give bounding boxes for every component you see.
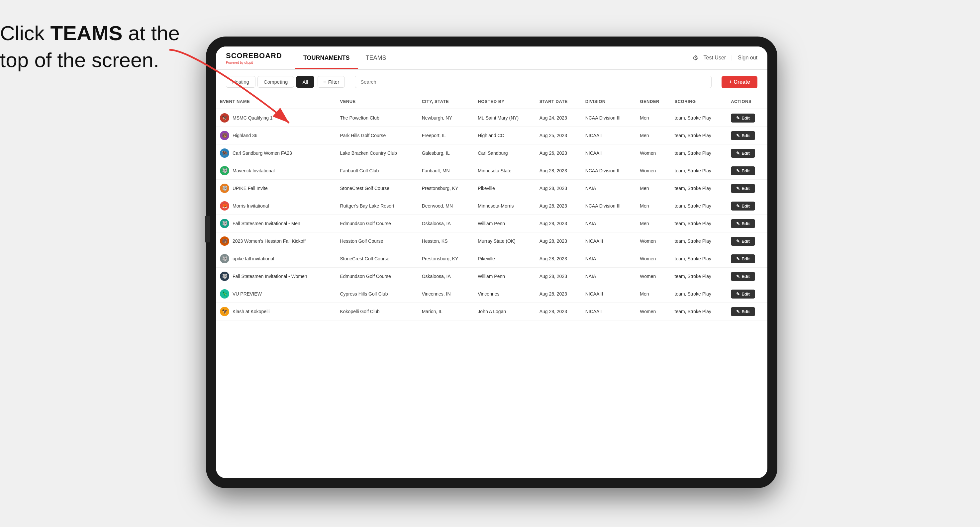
event-name: VU PREVIEW [232,291,262,297]
table-row: 🐺 UPIKE Fall Invite StoneCrest Golf Cour… [216,179,767,197]
edit-button[interactable]: ✎ Edit [731,254,755,264]
team-icon: 🦊 [220,201,229,211]
cell-gender: Men [636,109,670,127]
event-name: Morris Invitational [232,203,269,208]
cell-actions: ✎ Edit [727,285,767,303]
edit-icon: ✎ [736,133,740,138]
cell-venue: Ruttger's Bay Lake Resort [336,197,418,215]
cell-actions: ✎ Edit [727,303,767,321]
cell-start-date: Aug 28, 2023 [536,268,581,285]
signout-link[interactable]: Sign out [738,55,757,61]
cell-start-date: Aug 28, 2023 [536,179,581,197]
cell-gender: Men [636,285,670,303]
nav-tournaments[interactable]: TOURNAMENTS [295,47,358,69]
cell-actions: ✎ Edit [727,144,767,162]
edit-icon: ✎ [736,239,740,244]
cell-city-state: Deerwood, MN [418,197,474,215]
edit-button[interactable]: ✎ Edit [731,167,755,175]
tablet-shell: SCOREBOARD Powered by clippit TOURNAMENT… [206,37,777,488]
cell-city-state: Galesburg, IL [418,144,474,162]
cell-scoring: team, Stroke Play [671,127,727,144]
edit-button[interactable]: ✎ Edit [731,290,755,298]
edit-button[interactable]: ✎ Edit [731,114,755,122]
event-name: Maverick Invitational [232,168,275,173]
team-icon: 🦎 [220,289,229,298]
col-gender: GENDER [636,94,670,109]
cell-hosted-by: John A Logan [474,303,535,321]
col-start-date: START DATE [536,94,581,109]
cell-hosted-by: Highland CC [474,127,535,144]
cell-division: NICAA I [581,127,636,144]
search-input[interactable] [355,76,711,88]
edit-icon: ✎ [736,116,740,121]
filter-hosting[interactable]: Hosting [226,76,256,88]
cell-event-name: 🐻 2023 Women's Hesston Fall Kickoff [216,232,336,250]
cell-start-date: Aug 28, 2023 [536,285,581,303]
cell-scoring: team, Stroke Play [671,144,727,162]
event-name: 2023 Women's Hesston Fall Kickoff [232,238,305,244]
col-division: DIVISION [581,94,636,109]
edit-label: Edit [741,186,750,191]
cell-venue: Lake Bracken Country Club [336,144,418,162]
cell-event-name: 🐺 upike fall invitational [216,250,336,268]
cell-division: NAIA [581,179,636,197]
cell-city-state: Freeport, IL [418,127,474,144]
search-area [355,76,711,88]
cell-event-name: 🦎 VU PREVIEW [216,285,336,303]
team-icon: 🐺 [220,219,229,228]
cell-city-state: Vincennes, IN [418,285,474,303]
filter-all[interactable]: All [296,76,314,88]
cell-start-date: Aug 26, 2023 [536,144,581,162]
filter-dropdown-btn[interactable]: ≡ Filter [318,76,345,88]
gear-icon[interactable]: ⚙ [692,54,698,62]
cell-division: NICAA II [581,285,636,303]
cell-scoring: team, Stroke Play [671,162,727,179]
col-hosted-by: HOSTED BY [474,94,535,109]
cell-division: NAIA [581,268,636,285]
cell-gender: Men [636,215,670,232]
edit-button[interactable]: ✎ Edit [731,219,755,228]
cell-hosted-by: Carl Sandburg [474,144,535,162]
cell-actions: ✎ Edit [727,179,767,197]
cell-scoring: team, Stroke Play [671,250,727,268]
event-name: upike fall invitational [232,256,274,261]
cell-event-name: 🐺 Fall Statesmen Invitational - Men [216,215,336,232]
edit-button[interactable]: ✎ Edit [731,202,755,211]
cell-hosted-by: Pikeville [474,179,535,197]
edit-icon: ✎ [736,221,740,226]
cell-actions: ✎ Edit [727,109,767,127]
create-button[interactable]: + Create [722,76,757,88]
cell-start-date: Aug 28, 2023 [536,232,581,250]
cell-event-name: 🦊 Morris Invitational [216,197,336,215]
cell-start-date: Aug 28, 2023 [536,215,581,232]
event-name: Klash at Kokopelli [232,309,269,314]
cell-scoring: team, Stroke Play [671,285,727,303]
edit-button[interactable]: ✎ Edit [731,272,755,281]
edit-button[interactable]: ✎ Edit [731,149,755,158]
filter-competing[interactable]: Competing [258,76,294,88]
col-venue: VENUE [336,94,418,109]
edit-button[interactable]: ✎ Edit [731,184,755,193]
edit-icon: ✎ [736,151,740,156]
team-icon: 🐻 [220,131,229,140]
event-name: Highland 36 [232,133,258,138]
toolbar: Hosting Competing All ≡ Filter + Create [216,70,767,94]
edit-label: Edit [741,256,750,261]
cell-division: NICAA I [581,303,636,321]
cell-city-state: Oskaloosa, IA [418,268,474,285]
cell-event-name: 🦅 Klash at Kokopelli [216,303,336,321]
cell-scoring: team, Stroke Play [671,303,727,321]
edit-button[interactable]: ✎ Edit [731,131,755,140]
cell-event-name: 🦅 MSMC Qualifying 1 [216,109,336,127]
cell-event-name: 🦬 Carl Sandburg Women FA23 [216,144,336,162]
table-row: 🐺 upike fall invitational StoneCrest Gol… [216,250,767,268]
edit-icon: ✎ [736,203,740,208]
edit-button[interactable]: ✎ Edit [731,237,755,246]
cell-scoring: team, Stroke Play [671,109,727,127]
nav-teams[interactable]: TEAMS [358,47,395,69]
cell-actions: ✎ Edit [727,127,767,144]
edit-button[interactable]: ✎ Edit [731,307,755,316]
cell-hosted-by: Pikeville [474,250,535,268]
logo-area: SCOREBOARD Powered by clippit [226,51,282,64]
team-icon: 🦅 [220,113,229,122]
